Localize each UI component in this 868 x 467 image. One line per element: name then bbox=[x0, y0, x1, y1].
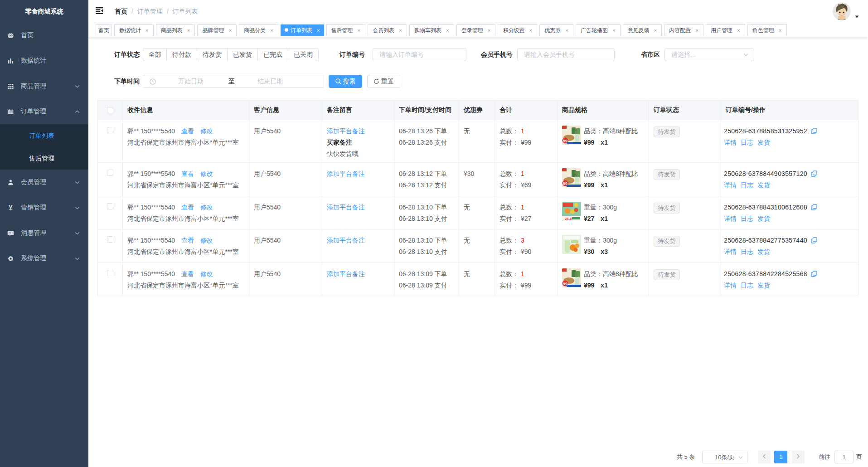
svg-text:26.8: 26.8 bbox=[565, 217, 572, 221]
svg-text:¥: ¥ bbox=[9, 204, 13, 211]
